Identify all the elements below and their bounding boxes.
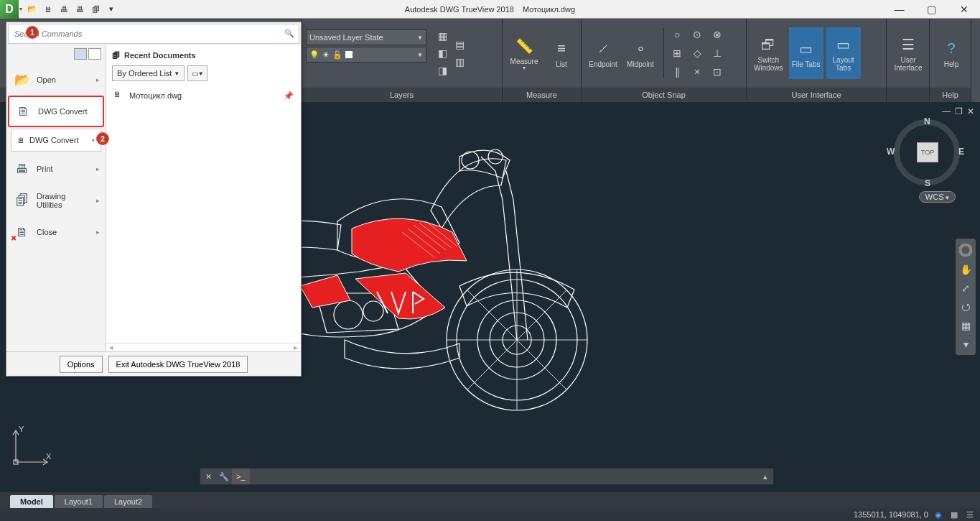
layer-iso-icon[interactable]: ▦ — [435, 29, 449, 43]
window-close-button[interactable]: ✕ — [948, 0, 980, 19]
cmd-close-icon[interactable]: ✕ — [200, 472, 216, 481]
order-by-combo[interactable]: By Ordered List ▼ — [112, 65, 185, 81]
printer-icon: 🖶 — [14, 160, 31, 177]
cmd-prompt-icon: >_ — [232, 469, 250, 484]
coordinates-readout: 1355011, 1049081, 0 — [854, 510, 928, 519]
osnap-icon-7[interactable]: ∥ — [670, 65, 684, 79]
app-menu-button[interactable]: D — [0, 0, 19, 19]
viewcube-south[interactable]: S — [925, 178, 930, 188]
callout-2: 2 — [96, 132, 109, 145]
tab-layout2[interactable]: Layout2 — [104, 495, 152, 508]
viewcube[interactable]: TOP N S E W — [894, 119, 960, 185]
help-button[interactable]: ? Help — [934, 27, 969, 79]
search-icon[interactable]: 🔍 — [284, 29, 294, 38]
recent-document-item[interactable]: 🗎Мотоцикл.dwg 📌 — [106, 86, 301, 106]
switch-windows-button[interactable]: 🗗 Switch Windows — [751, 27, 786, 79]
ruler-icon: 📏 — [514, 36, 534, 56]
showmotion-icon[interactable]: ▦ — [958, 318, 973, 333]
sun-icon: ☀ — [322, 50, 330, 60]
submenu-dwg-convert[interactable]: 🗎 DWG Convert▾ — [11, 129, 101, 152]
steering-wheel-icon[interactable] — [958, 242, 974, 258]
command-line[interactable]: ✕ 🔧 >_ ▴ — [200, 468, 774, 485]
qat-dropdown-icon[interactable]: ▾ — [104, 2, 118, 17]
panel-ui-title: User Interface — [747, 88, 886, 102]
osnap-icon-2[interactable]: ⊙ — [690, 27, 704, 42]
preview-size-combo[interactable]: ▭ ▼ — [187, 65, 207, 81]
window-maximize-button[interactable]: ▢ — [915, 0, 948, 19]
viewcube-west[interactable]: W — [887, 147, 895, 157]
menu-open[interactable]: 📂 Open▸ — [8, 64, 104, 96]
svg-point-13 — [363, 301, 383, 321]
wcs-badge[interactable]: WCS ▾ — [919, 191, 956, 203]
menu-dwg-convert[interactable]: 🗎 DWG Convert — [8, 96, 104, 127]
menu-close[interactable]: 🗎✖ Close▸ — [8, 216, 104, 248]
osnap-icon-9[interactable]: ⊡ — [710, 65, 724, 79]
qat-plot2-icon[interactable]: 🖶 — [73, 2, 87, 17]
status-icon-1[interactable]: ◉ — [933, 510, 944, 520]
viewcube-north[interactable]: N — [924, 116, 930, 126]
callout-1: 1 — [26, 26, 39, 39]
options-button[interactable]: Options — [60, 356, 103, 373]
doc-close-button[interactable]: ✕ — [967, 106, 974, 116]
qat-publish-icon[interactable]: 🗐 — [88, 2, 103, 17]
layer-tool2-icon[interactable]: ▥ — [452, 55, 467, 69]
osnap-icon-5[interactable]: ◇ — [690, 46, 704, 60]
file-tabs-button[interactable]: ▭ File Tabs — [789, 27, 823, 79]
midpoint-button[interactable]: ∘ Midpoint — [623, 27, 658, 79]
list-button[interactable]: ≡ List — [544, 27, 579, 79]
osnap-icon-8[interactable]: × — [690, 65, 704, 79]
layer-state-combo[interactable]: Unsaved Layer State▼ — [306, 29, 426, 45]
status-icon-2[interactable]: ▦ — [948, 510, 960, 520]
osnap-icon-3[interactable]: ⊗ — [710, 27, 724, 42]
tab-layout1[interactable]: Layout1 — [55, 495, 103, 508]
quick-access-toolbar: 📂 🗎 🖶 🖶 🗐 ▾ — [25, 2, 118, 17]
endpoint-button[interactable]: ⟋ Endpoint — [586, 27, 620, 79]
exit-button[interactable]: Exit Autodesk DWG TrueView 2018 — [108, 356, 248, 373]
tab-model[interactable]: Model — [10, 495, 53, 508]
window-minimize-button[interactable]: — — [883, 0, 915, 19]
osnap-icon-6[interactable]: ⊥ — [710, 46, 724, 60]
doc-restore-button[interactable]: ❐ — [955, 106, 963, 116]
layer-prev-icon[interactable]: ◧ — [435, 46, 449, 60]
cmd-config-icon[interactable]: 🔧 — [216, 472, 232, 481]
pin-icon[interactable]: 📌 — [284, 91, 294, 101]
svg-point-11 — [488, 149, 503, 164]
layout-tabs-icon: ▭ — [834, 34, 854, 55]
doc-minimize-button[interactable]: — — [942, 106, 951, 116]
status-bar: 1355011, 1049081, 0 ◉ ▦ ☰ — [0, 508, 980, 521]
nav-more-icon[interactable]: ▾ — [958, 337, 973, 351]
status-menu-icon[interactable]: ☰ — [964, 510, 976, 520]
qat-open-icon[interactable]: 📂 — [25, 2, 39, 17]
pan-icon[interactable]: ✋ — [958, 262, 973, 277]
layout-tabs-button[interactable]: ▭ Layout Tabs — [826, 27, 861, 79]
user-interface-button[interactable]: ☰ User Interface — [891, 27, 925, 79]
menu-print[interactable]: 🖶 Print▸ — [8, 153, 104, 185]
search-commands-input[interactable] — [11, 27, 296, 40]
osnap-icon-1[interactable]: ○ — [670, 27, 684, 42]
recent-docs-title: Recent Documents — [124, 51, 196, 60]
windows-icon: 🗗 — [758, 34, 778, 55]
zoom-extents-icon[interactable]: ⤢ — [958, 281, 973, 295]
list-icon: ≡ — [551, 39, 571, 59]
osnap-icon-4[interactable]: ⊞ — [670, 46, 684, 60]
viewcube-east[interactable]: E — [958, 147, 964, 157]
open-docs-view-button[interactable] — [88, 48, 101, 60]
qat-new-icon[interactable]: 🗎 — [41, 2, 55, 17]
layer-combo[interactable]: 💡 ☀ 🔓 ▼ — [306, 47, 426, 63]
panel-help-title: Help — [930, 88, 971, 102]
viewcube-top-face[interactable]: TOP — [917, 142, 938, 162]
close-file-icon: 🗎✖ — [14, 223, 31, 241]
svg-text:X: X — [46, 452, 52, 461]
orbit-icon[interactable]: ⭯ — [958, 300, 973, 314]
dwg-file-icon: 🗎 — [113, 90, 125, 101]
layout-tabs: Model Layout1 Layout2 — [10, 495, 152, 508]
measure-button[interactable]: 📏 Measure▼ — [507, 27, 541, 79]
layer-swatch-icon — [345, 51, 353, 58]
menu-drawing-utilities[interactable]: 🗐 Drawing Utilities▸ — [8, 185, 104, 216]
qat-plot-icon[interactable]: 🖶 — [57, 2, 71, 17]
lock-icon: 🔓 — [332, 50, 342, 60]
layer-off-icon[interactable]: ◨ — [435, 63, 449, 78]
layer-tool-icon[interactable]: ▤ — [452, 37, 467, 52]
cmd-expand-icon[interactable]: ▴ — [757, 472, 773, 481]
recent-view-button[interactable] — [74, 48, 87, 60]
